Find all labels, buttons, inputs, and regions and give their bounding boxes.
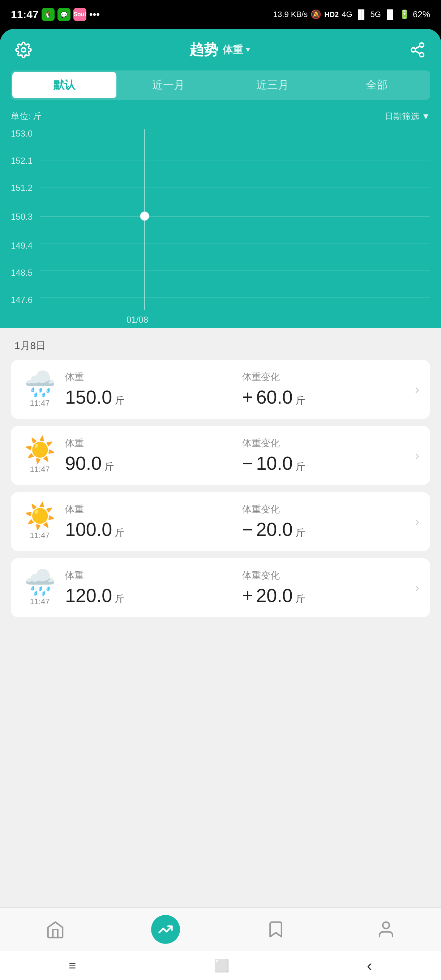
system-nav: ≡ ⬜ ‹ [0, 951, 441, 980]
data-section: 1月8日 🌧️ 11:47 体重 150.0 斤 体重变化 + [0, 328, 441, 668]
weight-label-1: 体重 [65, 371, 242, 383]
weather-icon-4: 🌧️ [24, 570, 56, 595]
status-right: 13.9 KB/s 🔕 HD2 4G ▐▌ 5G ▐▌ 🔋 62% [273, 10, 430, 19]
record-time-1: 11:47 [30, 399, 49, 408]
tab-one-month[interactable]: 近一月 [116, 72, 221, 98]
svg-text:147.6: 147.6 [11, 295, 33, 305]
status-left: 11:47 🐧 💬 Soul ••• [11, 8, 100, 21]
signal-mute-icon: 🔕 [310, 10, 322, 19]
metric-chevron-icon: ▼ [244, 46, 252, 54]
4g-icon: 4G [342, 10, 352, 19]
svg-text:149.4: 149.4 [11, 241, 33, 250]
app-header: 趋势 体重 ▼ [0, 29, 441, 67]
tab-three-month[interactable]: 近三月 [221, 72, 325, 98]
change-label-1: 体重变化 [242, 371, 419, 383]
weather-icon-3: ☀️ [24, 503, 56, 529]
record-weight-col-4: 体重 120.0 斤 [65, 569, 242, 606]
svg-text:01/08: 01/08 [126, 315, 148, 325]
metric-selector[interactable]: 体重 ▼ [223, 43, 252, 57]
soul-app-icon: Soul [73, 8, 86, 21]
chart-section: 趋势 体重 ▼ 默认 近一月 近三月 全部 [0, 29, 441, 328]
weather-wrap-4: 🌧️ 11:47 [22, 570, 58, 606]
record-change-col-4: 体重变化 + 20.0 斤 [242, 569, 419, 606]
weight-value-2: 90.0 斤 [65, 452, 242, 474]
page-title: 趋势 [189, 40, 218, 60]
app-container: 趋势 体重 ▼ 默认 近一月 近三月 全部 [0, 29, 441, 969]
weight-label-2: 体重 [65, 437, 242, 450]
record-weight-col-1: 体重 150.0 斤 [65, 371, 242, 408]
chevron-right-icon-3: › [415, 514, 419, 530]
weather-icon-1: 🌧️ [24, 371, 56, 396]
chevron-right-icon-1: › [415, 382, 419, 397]
svg-point-22 [140, 212, 149, 220]
svg-line-5 [415, 46, 420, 49]
record-data-3: 体重 100.0 斤 体重变化 − 20.0 斤 [65, 503, 419, 540]
chevron-right-icon-2: › [415, 448, 419, 463]
record-time-4: 11:47 [30, 597, 49, 606]
nav-profile[interactable] [368, 915, 404, 944]
5g-icon: 5G [371, 10, 381, 19]
weight-label-3: 体重 [65, 503, 242, 515]
nav-bookmark[interactable] [258, 915, 294, 944]
status-bar: 11:47 🐧 💬 Soul ••• 13.9 KB/s 🔕 HD2 4G ▐▌… [0, 0, 441, 29]
weight-label-4: 体重 [65, 569, 242, 582]
weight-value-1: 150.0 斤 [65, 386, 242, 408]
weather-wrap-1: 🌧️ 11:47 [22, 371, 58, 408]
tab-all[interactable]: 全部 [325, 72, 429, 98]
profile-icon [376, 920, 396, 939]
date-filter-button[interactable]: 日期筛选 ▼ [385, 111, 430, 122]
change-label-4: 体重变化 [242, 569, 419, 582]
change-value-4: + 20.0 斤 [242, 585, 419, 606]
svg-text:153.0: 153.0 [11, 129, 33, 138]
record-change-col-1: 体重变化 + 60.0 斤 [242, 371, 419, 408]
change-value-1: + 60.0 斤 [242, 386, 419, 408]
header-title-group: 趋势 体重 ▼ [189, 40, 252, 60]
record-change-col-3: 体重变化 − 20.0 斤 [242, 503, 419, 540]
record-data-1: 体重 150.0 斤 体重变化 + 60.0 斤 [65, 371, 419, 408]
nav-home[interactable] [37, 915, 73, 944]
system-home-icon[interactable]: ⬜ [214, 958, 229, 973]
record-change-col-2: 体重变化 − 10.0 斤 [242, 437, 419, 474]
nav-trend[interactable] [148, 915, 184, 944]
change-value-3: − 20.0 斤 [242, 519, 419, 540]
record-data-4: 体重 120.0 斤 体重变化 + 20.0 斤 [65, 569, 419, 606]
record-time-2: 11:47 [30, 465, 49, 474]
metric-label: 体重 [223, 43, 243, 57]
system-back-icon[interactable]: ‹ [367, 956, 372, 975]
weather-wrap-3: ☀️ 11:47 [22, 503, 58, 540]
svg-text:151.2: 151.2 [11, 183, 33, 192]
share-button[interactable] [409, 41, 427, 59]
hd2-badge: HD2 [324, 11, 339, 19]
record-weight-col-3: 体重 100.0 斤 [65, 503, 242, 540]
wechat-icon: 💬 [57, 8, 70, 21]
signal-bars: ▐▌ [355, 10, 368, 19]
date-filter-label: 日期筛选 [385, 111, 419, 122]
record-card-1[interactable]: 🌧️ 11:47 体重 150.0 斤 体重变化 + 60.0 斤 [11, 360, 430, 419]
record-card-4[interactable]: 🌧️ 11:47 体重 120.0 斤 体重变化 + 20.0 斤 [11, 558, 430, 617]
weather-icon-2: ☀️ [24, 437, 56, 463]
record-card-2[interactable]: ☀️ 11:47 体重 90.0 斤 体重变化 − 10.0 斤 [11, 426, 430, 485]
trend-icon [151, 915, 180, 944]
settings-button[interactable] [14, 41, 33, 59]
chart-unit-label: 单位: 斤 [11, 111, 41, 122]
record-time-3: 11:47 [30, 531, 49, 540]
section-date-label: 1月8日 [11, 339, 430, 353]
record-card-3[interactable]: ☀️ 11:47 体重 100.0 斤 体重变化 − 20.0 斤 [11, 492, 430, 551]
chart-meta: 单位: 斤 日期筛选 ▼ [11, 111, 430, 122]
home-icon [46, 920, 65, 939]
record-data-2: 体重 90.0 斤 体重变化 − 10.0 斤 [65, 437, 419, 474]
record-weight-col-2: 体重 90.0 斤 [65, 437, 242, 474]
trend-chart: 153.0 152.1 151.2 150.3 149.4 148.5 147.… [11, 126, 430, 328]
system-menu-icon[interactable]: ≡ [69, 959, 76, 973]
svg-text:152.1: 152.1 [11, 156, 33, 165]
filter-chevron-icon: ▼ [422, 111, 430, 121]
change-value-2: − 10.0 斤 [242, 452, 419, 474]
tab-default[interactable]: 默认 [12, 72, 116, 98]
weight-value-4: 120.0 斤 [65, 585, 242, 606]
svg-point-24 [383, 922, 389, 929]
weight-value-3: 100.0 斤 [65, 519, 242, 540]
change-label-3: 体重变化 [242, 503, 419, 515]
battery-percent: 62% [413, 10, 430, 19]
bottom-nav [0, 907, 441, 951]
status-time: 11:47 [11, 8, 39, 21]
